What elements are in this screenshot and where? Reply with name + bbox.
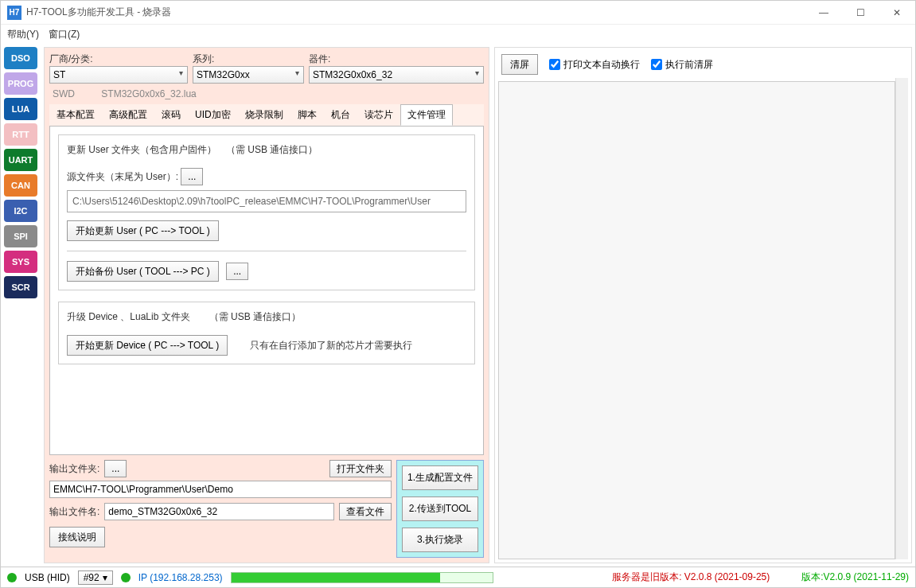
update-user-group: 更新 User 文件夹（包含用户固件） （需 USB 通信接口） 源文件夹（末尾… [58, 134, 475, 290]
tab-burnlimit[interactable]: 烧录限制 [238, 104, 290, 126]
channel-combo[interactable]: #92▾ [78, 570, 113, 585]
maximize-button[interactable]: ☐ [842, 1, 879, 25]
out-filename-label: 输出文件名: [49, 505, 99, 519]
device-note: 只有在自行添加了新的芯片才需要执行 [250, 339, 412, 352]
titlebar: H7 H7-TOOL多功能开发工具 - 烧录器 — ☐ ✕ [1, 1, 915, 25]
clear-before-checkbox[interactable]: 执行前清屏 [651, 58, 713, 72]
sidebar-item-spi[interactable]: SPI [4, 225, 37, 247]
sidebar-item-lua[interactable]: LUA [4, 98, 37, 120]
window-title: H7-TOOL多功能开发工具 - 烧录器 [26, 6, 805, 19]
browse-backup-button[interactable]: ... [226, 263, 248, 280]
tab-uid[interactable]: UID加密 [188, 104, 238, 126]
menu-help[interactable]: 帮助(Y) [7, 28, 39, 41]
open-folder-button[interactable]: 打开文件夹 [329, 460, 392, 477]
tab-advanced[interactable]: 高级配置 [102, 104, 154, 126]
programmer-panel: 厂商/分类: ST 系列: STM32G0xx 器件: STM32G0x0x6_… [44, 47, 489, 563]
out-filename-input[interactable] [104, 503, 334, 520]
log-area[interactable] [498, 81, 895, 559]
series-select[interactable]: STM32G0xx [193, 66, 304, 84]
sidebar: DSO PROG LUA RTT UART CAN I2C SPI SYS SC… [1, 44, 41, 567]
scrollbar[interactable] [895, 78, 908, 559]
browse-out-button[interactable]: ... [104, 460, 127, 477]
tab-basic[interactable]: 基本配置 [49, 104, 102, 126]
backup-user-button[interactable]: 开始备份 User ( TOOL ---> PC ) [67, 261, 219, 282]
close-button[interactable]: ✕ [879, 1, 915, 25]
gen-config-button[interactable]: 1.生成配置文件 [402, 465, 478, 490]
tab-readchip[interactable]: 读芯片 [357, 104, 400, 126]
update-user-button[interactable]: 开始更新 User ( PC ---> TOOL ) [67, 220, 219, 241]
sidebar-item-dso[interactable]: DSO [4, 47, 37, 69]
client-version-text: 版本:V2.0.9 (2021-11-29) [801, 570, 909, 584]
device-select[interactable]: STM32G0x0x6_32 [309, 66, 484, 84]
minimize-button[interactable]: — [805, 1, 842, 25]
src-path: C:\Users\51246\Desktop\2.09\h7toolPC_rel… [67, 190, 466, 212]
sidebar-item-prog[interactable]: PROG [4, 72, 37, 95]
wiring-button[interactable]: 接线说明 [49, 527, 105, 547]
protocol-line: SWD STM32G0x0x6_32.lua [49, 87, 484, 104]
tab-script[interactable]: 脚本 [290, 104, 324, 126]
ip-status-dot-icon [121, 573, 131, 582]
tab-machine[interactable]: 机台 [324, 104, 357, 126]
sidebar-item-can[interactable]: CAN [4, 174, 37, 197]
tab-rollcode[interactable]: 滚码 [154, 104, 188, 126]
menubar: 帮助(Y) 窗口(Z) [1, 25, 915, 44]
send-tool-button[interactable]: 2.传送到TOOL [402, 496, 478, 521]
clear-log-button[interactable]: 清屏 [501, 54, 538, 75]
app-icon: H7 [7, 6, 21, 20]
menu-window[interactable]: 窗口(Z) [49, 28, 80, 41]
view-file-button[interactable]: 查看文件 [339, 503, 392, 520]
src-folder-label: 源文件夹（末尾为 User）: [67, 171, 178, 182]
action-box: 1.生成配置文件 2.传送到TOOL 3.执行烧录 [396, 460, 484, 558]
device-label: 器件: [309, 53, 484, 66]
update-user-title: 更新 User 文件夹（包含用户固件） （需 USB 通信接口） [67, 143, 466, 157]
statusbar: USB (HID) #92▾ IP (192.168.28.253) 服务器是旧… [1, 567, 915, 587]
ip-status-text: IP (192.168.28.253) [138, 572, 223, 583]
out-folder-input[interactable] [49, 481, 392, 498]
sidebar-item-i2c[interactable]: I2C [4, 200, 37, 222]
log-panel: 清屏 打印文本自动换行 执行前清屏 [494, 47, 912, 563]
vendor-select[interactable]: ST [49, 66, 188, 84]
progress-bar [231, 572, 493, 583]
tab-filemgmt[interactable]: 文件管理 [400, 104, 453, 126]
out-folder-label: 输出文件夹: [49, 462, 99, 476]
sidebar-item-uart[interactable]: UART [4, 149, 37, 171]
auto-wrap-checkbox[interactable]: 打印文本自动换行 [549, 58, 640, 72]
update-device-button[interactable]: 开始更新 Device ( PC ---> TOOL ) [67, 335, 228, 356]
update-device-group: 升级 Device 、LuaLib 文件夹 （需 USB 通信接口） 开始更新 … [58, 302, 475, 364]
usb-status-dot-icon [7, 573, 17, 582]
update-device-title: 升级 Device 、LuaLib 文件夹 （需 USB 通信接口） [67, 310, 466, 324]
tab-content: 更新 User 文件夹（包含用户固件） （需 USB 通信接口） 源文件夹（末尾… [49, 126, 484, 455]
sidebar-item-sys[interactable]: SYS [4, 251, 37, 273]
server-version-text: 服务器是旧版本: V2.0.8 (2021-09-25) [612, 570, 770, 584]
tab-bar: 基本配置 高级配置 滚码 UID加密 烧录限制 脚本 机台 读芯片 文件管理 [49, 104, 484, 126]
series-label: 系列: [193, 53, 304, 66]
sidebar-item-scr[interactable]: SCR [4, 276, 37, 298]
sidebar-item-rtt[interactable]: RTT [4, 123, 37, 146]
browse-src-button[interactable]: ... [181, 168, 203, 185]
exec-burn-button[interactable]: 3.执行烧录 [402, 528, 478, 552]
vendor-label: 厂商/分类: [49, 53, 188, 66]
usb-status-text: USB (HID) [25, 572, 70, 583]
